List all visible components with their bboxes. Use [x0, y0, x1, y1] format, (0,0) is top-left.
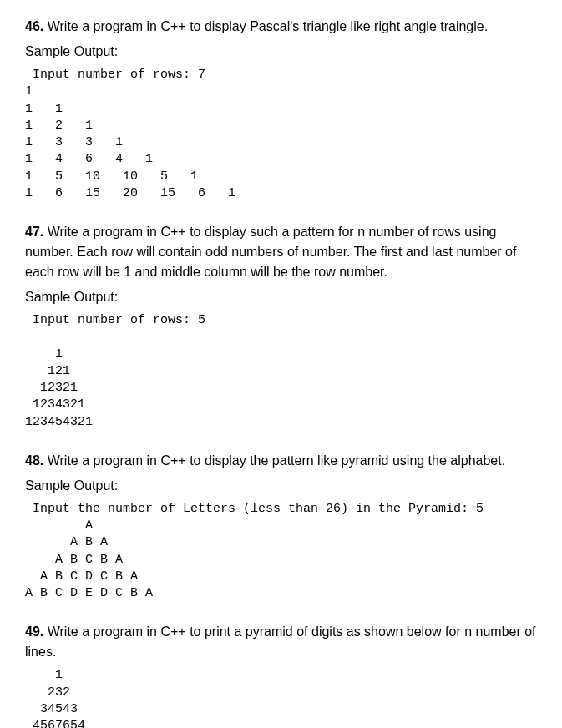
problem-47-output: Input number of rows: 5 1 121 12321 1234… [25, 312, 537, 431]
problem-49-description: 49. Write a program in C++ to print a py… [25, 622, 537, 662]
problem-49-output: 1 232 34543 4567654 567898765 [25, 667, 537, 728]
problem-48-sample-label: Sample Output: [25, 476, 537, 496]
problem-48: 48. Write a program in C++ to display th… [25, 451, 537, 603]
problem-48-description: 48. Write a program in C++ to display th… [25, 451, 537, 471]
problem-47-sample-label: Sample Output: [25, 287, 537, 307]
problem-46-text: Write a program in C++ to display Pascal… [43, 19, 488, 33]
problem-49-text: Write a program in C++ to print a pyrami… [25, 624, 536, 659]
problem-48-output: Input the number of Letters (less than 2… [25, 501, 537, 603]
problem-47-text: Write a program in C++ to display such a… [25, 225, 516, 279]
problem-47-number: 47. [25, 225, 43, 239]
problem-48-text: Write a program in C++ to display the pa… [43, 453, 505, 468]
problem-47-description: 47. Write a program in C++ to display su… [25, 222, 537, 282]
problem-47: 47. Write a program in C++ to display su… [25, 222, 537, 431]
problem-46-description: 46. Write a program in C++ to display Pa… [25, 17, 537, 37]
problem-46-output: Input number of rows: 7 1 1 1 1 2 1 1 3 … [25, 67, 537, 202]
problem-46-sample-label: Sample Output: [25, 42, 537, 62]
problem-49: 49. Write a program in C++ to print a py… [25, 622, 537, 728]
problem-46: 46. Write a program in C++ to display Pa… [25, 17, 537, 202]
problem-48-number: 48. [25, 453, 43, 468]
problem-46-number: 46. [25, 19, 43, 33]
problem-49-number: 49. [25, 624, 43, 639]
